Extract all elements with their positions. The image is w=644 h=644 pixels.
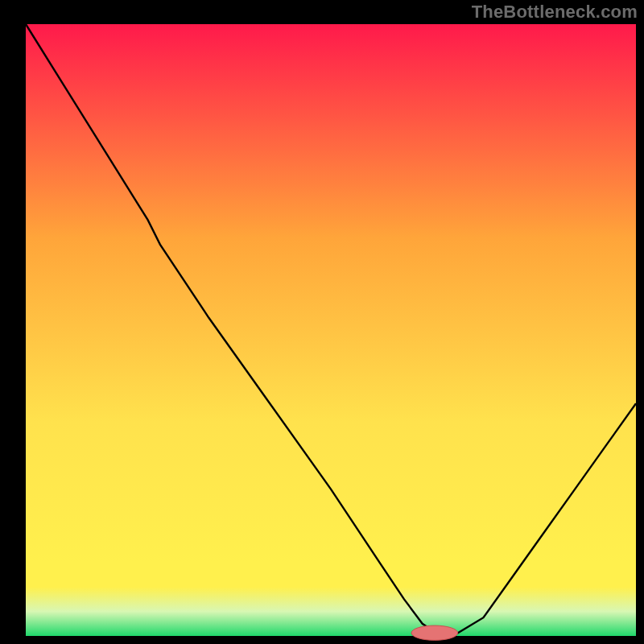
watermark-text: TheBottleneck.com (472, 2, 638, 23)
chart-stage: TheBottleneck.com (0, 0, 644, 644)
plot-gradient-background (26, 24, 636, 636)
bottleneck-chart (0, 0, 644, 644)
optimal-point-marker (411, 625, 458, 640)
